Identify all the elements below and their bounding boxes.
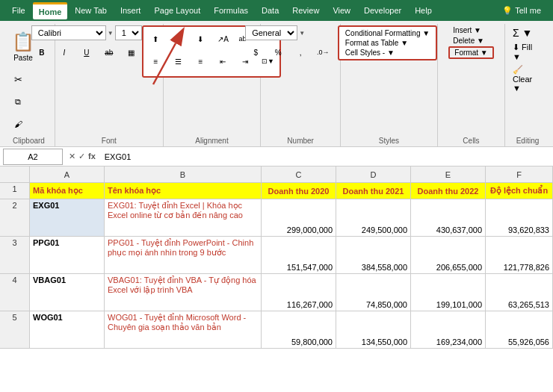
- cell-e4[interactable]: 199,101,000: [411, 274, 486, 311]
- menu-data[interactable]: Data: [256, 3, 285, 18]
- editing-group: Σ ▼ ⬇ Fill ▼ 🧹 Clear ▼ Editing: [505, 24, 550, 146]
- cell-a2[interactable]: EXG01: [30, 199, 105, 237]
- cell-e1[interactable]: Doanh thu 2022: [411, 183, 486, 199]
- menu-tellme[interactable]: 💡 Tell me: [496, 3, 547, 19]
- cell-c3[interactable]: 151,547,000: [262, 237, 336, 274]
- cell-c2[interactable]: 299,000,000: [262, 199, 336, 237]
- decrease-indent-button[interactable]: ⇤: [212, 51, 233, 72]
- number-label: Number: [261, 137, 340, 145]
- cell-a1[interactable]: Mã khóa học: [30, 183, 105, 199]
- menu-newtab[interactable]: New Tab: [69, 3, 113, 18]
- font-size-select[interactable]: 11: [115, 25, 142, 40]
- clipboard-label: Clipboard: [3, 137, 55, 145]
- border-button[interactable]: ▦: [121, 42, 142, 63]
- cell-styles-button[interactable]: Cell Styles - ▼: [342, 48, 433, 57]
- cell-d1[interactable]: Doanh thu 2021: [336, 183, 411, 199]
- align-right-button[interactable]: ≡: [190, 51, 211, 72]
- menu-home[interactable]: Home: [33, 2, 68, 19]
- confirm-formula-icon[interactable]: ✓: [78, 152, 85, 161]
- cell-f5[interactable]: 55,926,056: [486, 311, 553, 349]
- italic-button[interactable]: I: [54, 42, 75, 63]
- cell-d5[interactable]: 134,550,000: [336, 311, 411, 349]
- cell-b1[interactable]: Tên khóa học: [105, 183, 262, 199]
- cell-c4[interactable]: 116,267,000: [262, 274, 336, 311]
- col-header-c[interactable]: C: [262, 167, 336, 183]
- percent-button[interactable]: %: [268, 42, 288, 63]
- format-as-table-button[interactable]: Format as Table ▼: [342, 38, 433, 48]
- number-format-select[interactable]: General: [245, 25, 297, 40]
- align-middle-button[interactable]: ↔: [167, 28, 188, 49]
- menu-formulas[interactable]: Formulas: [208, 3, 254, 18]
- fill-button[interactable]: ⬇ Fill ▼: [510, 41, 546, 63]
- cell-f4[interactable]: 63,265,513: [486, 274, 553, 311]
- cell-d3[interactable]: 384,558,000: [336, 237, 411, 274]
- clear-button[interactable]: 🧹 Clear ▼: [510, 63, 546, 94]
- formula-icons: ✕ ✓ fx: [66, 152, 99, 161]
- formula-input[interactable]: [102, 149, 550, 165]
- formula-bar: ✕ ✓ fx: [0, 147, 553, 167]
- cell-c1[interactable]: Doanh thu 2020: [262, 183, 336, 199]
- table-row: 4 VBAG01 VBAG01: Tuyệt đỉnh VBA - Tự độn…: [0, 274, 553, 311]
- cell-f3[interactable]: 121,778,826: [486, 237, 553, 274]
- cell-d4[interactable]: 74,850,000: [336, 274, 411, 311]
- font-label: Font: [55, 137, 163, 145]
- cell-e5[interactable]: 169,234,000: [411, 311, 486, 349]
- cell-a3[interactable]: PPG01: [30, 237, 105, 274]
- alignment-label: Alignment: [164, 137, 261, 145]
- text-direction-button[interactable]: ↗A: [212, 28, 233, 49]
- cell-f2[interactable]: 93,620,833: [486, 199, 553, 237]
- conditional-formatting-button[interactable]: Conditional Formatting ▼: [342, 28, 433, 38]
- cell-a4[interactable]: VBAG01: [30, 274, 105, 311]
- ribbon: 📋 Paste ✂ ⧉ 🖌 Clipboard Calibri ▼: [0, 21, 553, 147]
- cell-c5[interactable]: 59,800,000: [262, 311, 336, 349]
- menu-bar: File Home New Tab Insert Page Layout For…: [0, 0, 553, 21]
- name-box[interactable]: [3, 149, 63, 165]
- insert-function-icon[interactable]: fx: [88, 152, 96, 161]
- align-bottom-button[interactable]: ⬇: [190, 28, 211, 49]
- cell-b5[interactable]: WOG01 - Tuyệt đỉnh Microsoft Word - Chuy…: [105, 311, 262, 349]
- bold-button[interactable]: B: [31, 42, 52, 63]
- strikethrough-button[interactable]: ab: [99, 42, 120, 63]
- cell-b2[interactable]: EXG01: Tuyệt đỉnh Excel | Khóa học Excel…: [105, 199, 262, 237]
- align-left-button[interactable]: ≡: [145, 51, 166, 72]
- cell-f1[interactable]: Độ lệch chuẩn: [486, 183, 553, 199]
- cut-button[interactable]: ✂: [7, 69, 28, 90]
- menu-insert[interactable]: Insert: [114, 3, 147, 18]
- increase-decimal-button[interactable]: .0→: [312, 42, 333, 63]
- col-header-e[interactable]: E: [411, 167, 486, 183]
- insert-button[interactable]: Insert ▼: [448, 25, 493, 35]
- table-row: 5 WOG01 WOG01 - Tuyệt đỉnh Microsoft Wor…: [0, 311, 553, 349]
- align-top-button[interactable]: ⬆: [145, 28, 166, 49]
- currency-button[interactable]: $: [245, 42, 266, 63]
- table-row: 3 PPG01 PPG01 - Tuyệt đỉnh PowerPoint - …: [0, 237, 553, 274]
- menu-view[interactable]: View: [327, 3, 356, 18]
- col-header-d[interactable]: D: [336, 167, 411, 183]
- format-painter-button[interactable]: 🖌: [7, 113, 28, 134]
- cell-b3[interactable]: PPG01 - Tuyệt đỉnh PowerPoint - Chinh ph…: [105, 237, 262, 274]
- row-num-4: 4: [0, 274, 30, 311]
- number-group: General ▼ $ % , .0→ ←.0 Number: [261, 24, 341, 146]
- menu-help[interactable]: Help: [409, 3, 438, 18]
- cell-d2[interactable]: 249,500,000: [336, 199, 411, 237]
- menu-file[interactable]: File: [6, 3, 31, 18]
- menu-review[interactable]: Review: [286, 3, 325, 18]
- delete-button[interactable]: Delete ▼: [448, 36, 493, 46]
- underline-button[interactable]: U: [76, 42, 97, 63]
- col-header-f[interactable]: F: [486, 167, 553, 183]
- menu-developer[interactable]: Developer: [358, 3, 407, 18]
- format-button[interactable]: Format ▼: [448, 46, 493, 59]
- cell-a5[interactable]: WOG01: [30, 311, 105, 349]
- cancel-formula-icon[interactable]: ✕: [69, 152, 75, 161]
- number-format-arrow: ▼: [299, 30, 305, 37]
- cell-b4[interactable]: VBAG01: Tuyệt đỉnh VBA - Tự động hóa Exc…: [105, 274, 262, 311]
- cell-e3[interactable]: 206,655,000: [411, 237, 486, 274]
- copy-button[interactable]: ⧉: [7, 91, 28, 112]
- col-header-a[interactable]: A: [30, 167, 105, 183]
- align-center-button[interactable]: ☰: [167, 51, 188, 72]
- menu-pagelayout[interactable]: Page Layout: [148, 3, 206, 18]
- cell-e2[interactable]: 430,637,000: [411, 199, 486, 237]
- autosum-button[interactable]: Σ ▼: [510, 25, 546, 40]
- comma-button[interactable]: ,: [290, 42, 311, 63]
- col-header-b[interactable]: B: [105, 167, 262, 183]
- font-family-select[interactable]: Calibri: [31, 25, 106, 40]
